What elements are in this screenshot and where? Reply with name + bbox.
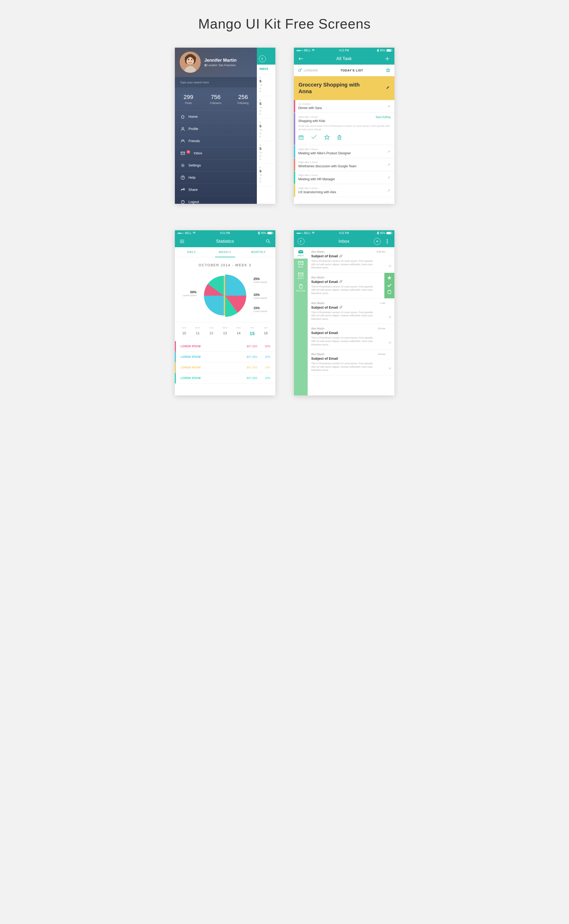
tab-daily[interactable]: DAILY xyxy=(175,247,208,257)
stat-item[interactable]: 756Followers xyxy=(202,94,229,105)
check-icon[interactable] xyxy=(311,135,317,141)
trash-icon[interactable] xyxy=(337,135,342,141)
day-col[interactable]: FRI15 xyxy=(245,326,259,336)
stat-row[interactable]: LOREM IPSUM $87,000 25% xyxy=(175,352,275,362)
star-button[interactable] xyxy=(386,68,390,73)
star-icon[interactable] xyxy=(388,367,392,371)
stat-row[interactable]: LOREM IPSUM $87,000 50% xyxy=(175,341,275,352)
menu-label: Home xyxy=(189,114,198,119)
peek-tab-inbox[interactable]: INBOX xyxy=(260,67,268,70)
edit-icon[interactable] xyxy=(388,175,391,180)
task-item[interactable]: Right after 2 hours Meeting with HR Mana… xyxy=(294,171,394,184)
star-icon[interactable] xyxy=(324,135,330,141)
tab-weekly[interactable]: WEEKLY xyxy=(208,247,242,257)
tab-monthly[interactable]: MONTHLY xyxy=(242,247,275,257)
task-meta: Right after 2 hours xyxy=(298,161,391,163)
calendar-icon[interactable]: 15 xyxy=(298,135,304,141)
menu-item-share[interactable]: Share xyxy=(175,183,257,195)
edit-icon[interactable] xyxy=(386,86,389,90)
task-actions: 15 xyxy=(298,135,391,141)
add-button[interactable] xyxy=(384,55,391,62)
day-col[interactable]: TUE12 xyxy=(204,326,218,336)
mail-row[interactable]: Alex Martin 29 nov Subject of Email This… xyxy=(308,350,394,375)
search-input[interactable] xyxy=(180,81,251,84)
back-button[interactable] xyxy=(298,55,304,62)
peek-mail-row[interactable]: ASThdilo xyxy=(257,119,275,141)
star-icon[interactable] xyxy=(388,341,392,346)
edit-icon[interactable] xyxy=(388,162,391,167)
task-item[interactable]: Right after 2 hours UX brainstorming wit… xyxy=(294,184,394,197)
edit-icon[interactable] xyxy=(388,188,391,193)
day-col[interactable]: THU14 xyxy=(232,326,245,336)
task-meta: Right after 2 hours xyxy=(298,174,391,177)
svg-point-5 xyxy=(181,140,183,141)
peek-mail-row[interactable]: ASThdilo xyxy=(257,141,275,163)
menu-button[interactable] xyxy=(178,238,186,245)
stat-row[interactable]: LOREM IPSUM $87,000 10% xyxy=(175,362,275,373)
mail-subject: Subject of Email xyxy=(311,254,391,258)
stat-row[interactable]: LOREM IPSUM $87,000 15% xyxy=(175,373,275,384)
task-item[interactable]: Right after 2 hours Meeting with Nike's … xyxy=(294,145,394,158)
add-button[interactable] xyxy=(374,238,381,245)
star-icon[interactable] xyxy=(388,264,392,269)
day-col[interactable]: WED13 xyxy=(218,326,232,336)
menu-item-inbox[interactable]: 19 Inbox xyxy=(175,147,257,159)
mail-subject: Subject of Email xyxy=(311,305,391,310)
task-item[interactable]: Right after 2 hours Shopping with Kids S… xyxy=(294,113,394,145)
side-deleted[interactable]: DELETED xyxy=(294,281,308,294)
search-button[interactable] xyxy=(265,238,272,245)
mail-row[interactable]: Alex Martin 29 nov Subject of Email This… xyxy=(308,324,394,350)
peek-mail-row[interactable]: ASThdilo xyxy=(257,163,275,186)
svg-point-16 xyxy=(387,239,388,240)
feature-task[interactable]: Groccery Shopping with Anna xyxy=(294,76,394,100)
status-time: 4:21 PM xyxy=(220,232,230,235)
day-col[interactable]: SUN10 xyxy=(178,326,191,336)
today-label: TODAY'S LIST xyxy=(318,69,386,72)
mail-row[interactable]: Alex Martin 1 oct Subject of Email This … xyxy=(308,299,394,324)
menu-label: Help xyxy=(189,175,196,180)
mail-row[interactable]: Alex Martin Subject of Email This is Pho… xyxy=(308,273,394,299)
menu-item-settings[interactable]: Settings xyxy=(175,159,257,171)
save-editing-button[interactable]: Save Editing xyxy=(376,116,391,119)
avatar[interactable] xyxy=(180,52,201,73)
svg-point-8 xyxy=(182,165,183,166)
check-action[interactable] xyxy=(387,283,391,288)
nav-bar: All Task xyxy=(294,53,394,65)
more-button[interactable] xyxy=(384,238,391,245)
edit-icon[interactable] xyxy=(388,149,391,154)
task-title: UX brainstorming with Alex xyxy=(298,190,391,194)
screen-statistics: ●●●○○BELL 4:21 PM 85% Statistics DAILYWE… xyxy=(175,230,275,395)
badge: 19 xyxy=(187,150,190,154)
mail-preview: This is Photoshop's version of Lorem Ips… xyxy=(311,311,375,321)
side-inbox[interactable]: INBOX xyxy=(294,247,308,259)
menu-item-friends[interactable]: Friends xyxy=(175,135,257,147)
day-col[interactable]: SAT16 xyxy=(259,326,272,336)
menu-item-home[interactable]: Home xyxy=(175,110,257,122)
battery-icon xyxy=(386,49,392,52)
mail-row[interactable]: Alex Martin 6:56 am Subject of Email Thi… xyxy=(308,247,394,273)
menu-item-profile[interactable]: Profile xyxy=(175,122,257,135)
edit-icon[interactable] xyxy=(388,104,391,109)
stat-item[interactable]: 256Following xyxy=(229,94,257,105)
menu-item-logout[interactable]: Logout xyxy=(175,195,257,204)
star-icon[interactable] xyxy=(388,315,392,320)
side-sent[interactable]: SENT xyxy=(294,259,308,270)
peek-mail-row[interactable]: ASThdilo xyxy=(257,73,275,96)
side-draft[interactable]: DRAFT xyxy=(294,270,308,281)
back-button[interactable] xyxy=(259,55,266,62)
bluetooth-icon xyxy=(377,232,379,235)
stat-item[interactable]: 299Posts xyxy=(175,94,202,105)
task-item[interactable]: Right after 2 hours Wireframes discussio… xyxy=(294,158,394,171)
menu-item-help[interactable]: Help xyxy=(175,171,257,183)
back-button[interactable] xyxy=(298,238,304,245)
task-item[interactable]: 22, October Dinner with Sara xyxy=(294,100,394,113)
period-tabs: DAILYWEEKLYMONTHLY xyxy=(175,247,275,257)
mail-preview: This is Photoshop's version of Lorem Ips… xyxy=(311,362,375,372)
peek-mail-row[interactable]: ASThdilo xyxy=(257,96,275,119)
trash-action[interactable] xyxy=(388,290,391,295)
signal-icon: ●●●○○ xyxy=(297,232,303,235)
drawer-search[interactable] xyxy=(175,77,257,88)
day-col[interactable]: MON11 xyxy=(191,326,204,336)
task-title: Shopping with Kids xyxy=(298,119,391,123)
star-action[interactable] xyxy=(387,276,391,281)
